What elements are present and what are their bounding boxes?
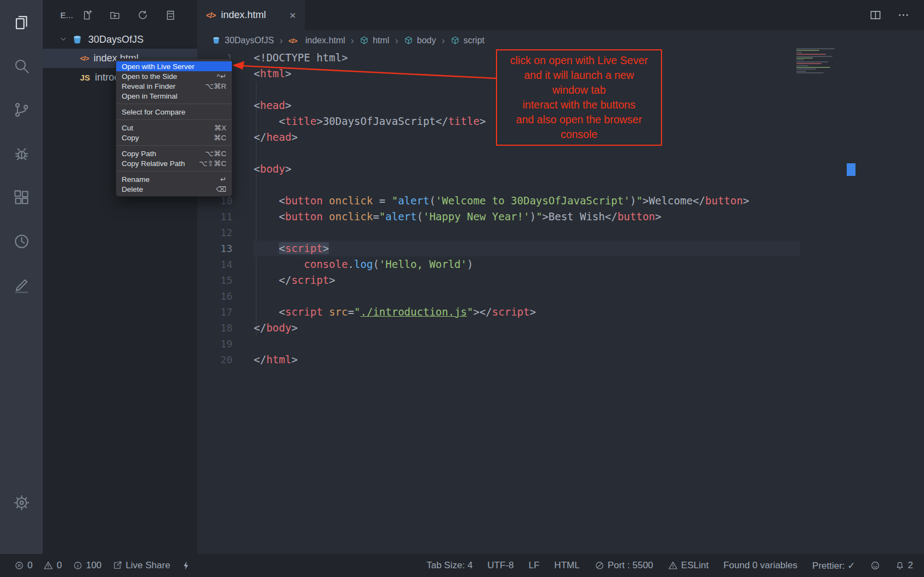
- menu-item-delete[interactable]: Delete⌫: [116, 184, 232, 194]
- menu-item-copy-path[interactable]: Copy Path⌥⌘C: [116, 148, 232, 158]
- menu-item-open-in-terminal[interactable]: Open in Terminal: [116, 91, 232, 101]
- code-line-8[interactable]: 8<body>: [197, 161, 924, 177]
- status-label: Tab Size: 4: [426, 560, 472, 571]
- status-label: HTML: [554, 560, 579, 571]
- code-line-20[interactable]: 20</html>: [197, 352, 924, 368]
- code-text: <script src="./introduction.js"></script…: [254, 304, 536, 320]
- explorer-icon[interactable]: [8, 9, 35, 35]
- line-number: 18: [197, 320, 232, 336]
- new-file-icon[interactable]: [81, 9, 93, 21]
- refresh-icon[interactable]: [137, 9, 149, 21]
- share-icon: [112, 561, 122, 570]
- status-2[interactable]: 2: [895, 560, 913, 571]
- tab-index-html[interactable]: </> index.html ×: [197, 0, 305, 30]
- split-editor-icon[interactable]: [869, 9, 882, 21]
- breadcrumb-item-index-html[interactable]: </>index.html: [288, 36, 345, 45]
- breadcrumb-item-30daysofjs[interactable]: 30DaysOfJS: [212, 36, 274, 45]
- code-text: <!DOCTYPE html>: [254, 50, 348, 66]
- status-label: 2: [908, 560, 913, 571]
- breadcrumb-label: body: [417, 36, 436, 45]
- status-0[interactable]: 0: [43, 560, 61, 571]
- status-prettier[interactable]: Prettier: ✓: [812, 560, 855, 572]
- more-actions-icon[interactable]: [897, 9, 910, 21]
- annotation-line: interact with the buttons: [500, 98, 658, 112]
- code-line-14[interactable]: 14 console.log('Hello, World'): [197, 256, 924, 272]
- zap-icon: [181, 561, 191, 570]
- menu-item-shortcut: ⌘X: [214, 123, 226, 132]
- extensions-icon[interactable]: [8, 184, 35, 210]
- status-right: Tab Size: 4UTF-8LFHTMLPort : 5500ESLintF…: [426, 560, 913, 572]
- annotation-line: window tab: [500, 83, 658, 98]
- menu-item-label: Delete: [122, 185, 209, 193]
- status-port-5500[interactable]: Port : 5500: [595, 560, 653, 571]
- code-line-18[interactable]: 18</body>: [197, 320, 924, 336]
- menu-item-select-for-compare[interactable]: Select for Compare: [116, 107, 232, 117]
- menu-item-shortcut: ⌫: [216, 185, 226, 193]
- menu-item-open-with-live-server[interactable]: Open with Live Server: [116, 61, 232, 71]
- minimap-line: [796, 58, 813, 59]
- tab-label: index.html: [221, 9, 266, 21]
- breadcrumb-item-script[interactable]: script: [450, 36, 484, 45]
- minimap-line: [796, 71, 806, 72]
- status-label: Found 0 variables: [723, 560, 797, 571]
- menu-item-cut[interactable]: Cut⌘X: [116, 123, 232, 133]
- code-line-11[interactable]: 11 <button onclick="alert('Happy New Yea…: [197, 209, 924, 225]
- search-icon[interactable]: [8, 53, 35, 79]
- status-bar: 00100Live Share Tab Size: 4UTF-8LFHTMLPo…: [0, 554, 924, 577]
- status-label: 0: [27, 560, 32, 571]
- status-smiley[interactable]: [870, 561, 880, 570]
- explorer-actions: [81, 9, 177, 21]
- code-line-15[interactable]: 15 </script>: [197, 272, 924, 288]
- status-label: LF: [529, 560, 540, 571]
- status-0[interactable]: 0: [14, 560, 32, 571]
- breadcrumb-item-body[interactable]: body: [404, 36, 436, 45]
- code-text: <script>: [254, 241, 329, 256]
- folder-row-root[interactable]: 30DaysOfJS: [43, 30, 197, 49]
- menu-item-rename[interactable]: Rename↵: [116, 174, 232, 184]
- close-tab-icon[interactable]: ×: [289, 10, 296, 21]
- code-line-16[interactable]: 16: [197, 288, 924, 304]
- code-line-13[interactable]: 13 <script>: [197, 241, 924, 256]
- status-tab-size-4[interactable]: Tab Size: 4: [426, 560, 472, 571]
- status-label: ESLint: [681, 560, 709, 571]
- line-number: 16: [197, 288, 232, 304]
- menu-item-copy-relative-path[interactable]: Copy Relative Path⌥⇧⌘C: [116, 158, 232, 168]
- code-text: <title>30DaysOfJavaScript</title>: [254, 113, 486, 129]
- bell-icon: [895, 561, 905, 570]
- status-live-share[interactable]: Live Share: [112, 560, 170, 571]
- status-html[interactable]: HTML: [554, 560, 579, 571]
- code-line-12[interactable]: 12: [197, 225, 924, 241]
- run-debug-icon[interactable]: [8, 140, 35, 167]
- menu-separator: [117, 119, 231, 120]
- status-zap[interactable]: [181, 561, 191, 570]
- minimap-line: [796, 63, 822, 64]
- menu-separator: [117, 145, 231, 146]
- explorer-header: E...: [43, 0, 197, 30]
- code-line-7[interactable]: 7: [197, 145, 924, 161]
- menu-item-reveal-in-finder[interactable]: Reveal in Finder⌥⌘R: [116, 81, 232, 91]
- minimap[interactable]: [796, 48, 847, 75]
- menu-item-label: Open to the Side: [122, 72, 210, 81]
- status-eslint[interactable]: ESLint: [668, 560, 709, 571]
- feedback-icon[interactable]: [8, 272, 35, 298]
- status-utf-8[interactable]: UTF-8: [487, 560, 514, 571]
- history-icon[interactable]: [8, 228, 35, 254]
- code-text: console.log('Hello, World'): [254, 256, 473, 272]
- code-line-10[interactable]: 10 <button onclick = "alert('Welcome to …: [197, 193, 924, 209]
- code-line-19[interactable]: 19: [197, 336, 924, 352]
- minimap-line: [796, 67, 830, 68]
- source-control-icon[interactable]: [8, 96, 35, 123]
- code-line-9[interactable]: 9: [197, 177, 924, 193]
- new-folder-icon[interactable]: [109, 9, 121, 21]
- code-text: </head>: [254, 129, 298, 145]
- code-line-17[interactable]: 17 <script src="./introduction.js"></scr…: [197, 304, 924, 320]
- collapse-all-icon[interactable]: [165, 9, 177, 21]
- menu-item-copy[interactable]: Copy⌘C: [116, 133, 232, 142]
- settings-gear-icon[interactable]: [8, 489, 35, 516]
- smiley-icon: [870, 561, 880, 570]
- status-found-0-variables[interactable]: Found 0 variables: [723, 560, 797, 571]
- menu-item-open-to-the-side[interactable]: Open to the Side^↵: [116, 71, 232, 81]
- status-lf[interactable]: LF: [529, 560, 540, 571]
- status-100[interactable]: 100: [73, 560, 101, 571]
- breadcrumb-item-html[interactable]: html: [360, 36, 389, 45]
